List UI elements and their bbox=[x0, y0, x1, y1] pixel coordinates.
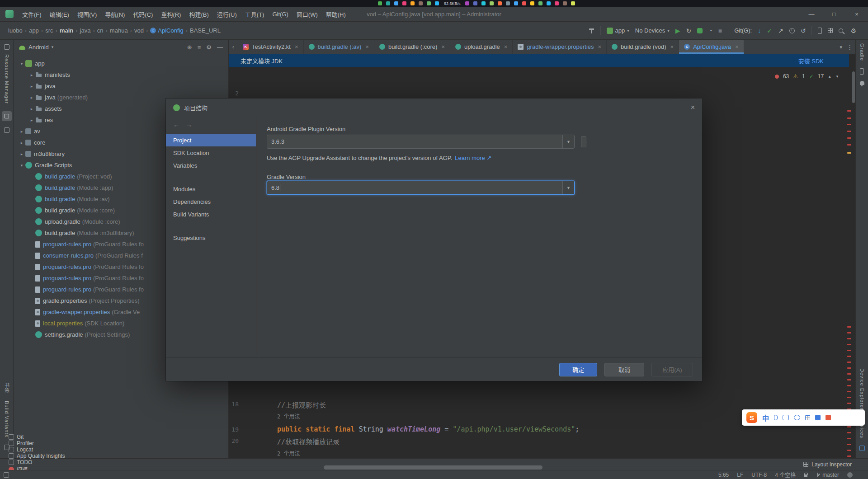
tab-close-icon[interactable]: × bbox=[295, 43, 298, 50]
indent-setting[interactable]: 4 个空格 bbox=[775, 471, 796, 479]
taskbar-icon[interactable] bbox=[481, 1, 486, 5]
tree-chevron[interactable]: ▾ bbox=[18, 61, 25, 66]
combo-arrow-icon[interactable]: ▼ bbox=[562, 135, 574, 148]
taskbar-icon[interactable] bbox=[386, 1, 390, 5]
taskbar-icon[interactable] bbox=[427, 1, 431, 5]
breadcrumb-item[interactable]: CApiConfig bbox=[150, 27, 183, 34]
resource-manager-icon[interactable] bbox=[4, 44, 9, 50]
dialog-nav-build-variants[interactable]: Build Variants bbox=[166, 208, 256, 221]
mic-icon[interactable] bbox=[774, 415, 778, 420]
tree-chevron[interactable]: ▸ bbox=[28, 73, 35, 77]
notifications-bell-icon[interactable] bbox=[860, 81, 864, 85]
inspection-widget[interactable]: 63 ⚠ 1 ✓ 17 ▲ ▼ bbox=[775, 73, 839, 80]
tree-chevron[interactable]: ▸ bbox=[28, 118, 35, 122]
breadcrumb-item[interactable]: mahua bbox=[110, 27, 128, 34]
breadcrumb-item[interactable]: cn bbox=[97, 27, 104, 34]
vcs-history-icon[interactable] bbox=[789, 28, 795, 33]
menu-item[interactable]: 编辑(E) bbox=[46, 7, 73, 21]
tree-chevron[interactable]: ▸ bbox=[18, 152, 25, 156]
taskbar-icon[interactable] bbox=[530, 1, 534, 5]
menu-item[interactable]: 构建(B) bbox=[185, 7, 212, 21]
vcs-rollback-icon[interactable]: ↺ bbox=[801, 28, 806, 34]
taskbar-icon[interactable] bbox=[473, 1, 477, 5]
tabs-scroll-left-icon[interactable]: ‹ bbox=[229, 40, 238, 54]
stripe-bookmarks[interactable]: 书签 bbox=[3, 383, 10, 394]
taskbar-icon[interactable] bbox=[465, 1, 469, 5]
breadcrumb-item[interactable]: app bbox=[29, 27, 39, 34]
editor-tab[interactable]: gradle-wrapper.properties× bbox=[513, 40, 607, 54]
tree-chevron[interactable]: ▸ bbox=[18, 141, 25, 145]
error-stripe[interactable] bbox=[847, 69, 852, 455]
maximize-icon[interactable]: □ bbox=[823, 7, 845, 21]
tree-item[interactable]: ▸manifests bbox=[14, 69, 228, 80]
taskbar-icon[interactable] bbox=[402, 1, 406, 5]
settings-gear-icon[interactable]: ⚙ bbox=[850, 28, 856, 34]
dialog-nav-sdk-location[interactable]: SDK Location bbox=[166, 146, 256, 159]
tree-chevron[interactable]: ▸ bbox=[28, 95, 35, 100]
tree-chevron[interactable]: ▸ bbox=[18, 129, 25, 134]
tree-item[interactable]: ▸java bbox=[14, 80, 228, 92]
menu-item[interactable]: 代码(C) bbox=[129, 7, 157, 21]
status-avatar-icon[interactable] bbox=[847, 472, 853, 478]
apply-button[interactable]: 应用(A) bbox=[651, 363, 693, 376]
commit-icon[interactable] bbox=[4, 127, 9, 133]
menu-item[interactable]: 运行(U) bbox=[213, 7, 241, 21]
hide-panel-icon[interactable]: — bbox=[217, 44, 223, 51]
editor-tab[interactable]: KTestActivity2.kt× bbox=[238, 40, 304, 54]
hidden-tabs-chevron-icon[interactable]: ▾ bbox=[840, 44, 842, 50]
tab-close-icon[interactable]: × bbox=[365, 43, 369, 50]
tab-close-icon[interactable]: × bbox=[441, 43, 445, 50]
tree-chevron[interactable]: ▾ bbox=[18, 163, 25, 168]
taskbar-icon[interactable] bbox=[410, 1, 415, 5]
ime-tool-icon[interactable] bbox=[815, 415, 821, 420]
taskbar-icon[interactable] bbox=[563, 1, 567, 5]
stripe-device-explorer[interactable]: Device Explorer bbox=[859, 368, 865, 410]
ime-red-icon[interactable] bbox=[826, 415, 831, 420]
build-hammer-icon[interactable] bbox=[589, 28, 594, 33]
minimize-icon[interactable]: — bbox=[800, 7, 823, 21]
tab-close-icon[interactable]: × bbox=[670, 43, 674, 50]
debug-icon[interactable] bbox=[697, 28, 703, 33]
search-icon[interactable] bbox=[839, 28, 843, 33]
taskbar-icon[interactable] bbox=[538, 1, 542, 5]
taskbar-icon[interactable] bbox=[571, 1, 575, 5]
agp-version-combobox[interactable]: 3.6.3 ▼ bbox=[267, 135, 575, 149]
editor-tab[interactable]: upload.gradle× bbox=[450, 40, 513, 54]
ok-button[interactable]: 确定 bbox=[559, 363, 597, 376]
menu-item[interactable]: 窗口(W) bbox=[292, 7, 322, 21]
menu-item[interactable]: Git(G) bbox=[268, 7, 292, 21]
toolwindow-switcher-icon[interactable] bbox=[4, 472, 9, 478]
device-dropdown[interactable]: No Devices ▾ bbox=[635, 27, 670, 34]
editor-tab[interactable]: CApiConfig.java× bbox=[679, 40, 744, 54]
vcs-commit-icon[interactable]: ✓ bbox=[767, 28, 772, 34]
dialog-nav-suggestions[interactable]: Suggestions bbox=[166, 231, 256, 244]
readonly-lock-icon[interactable] bbox=[804, 474, 807, 477]
tree-chevron[interactable]: ▸ bbox=[28, 107, 35, 111]
editor-tab[interactable]: build.gradle (:av)× bbox=[304, 40, 374, 54]
menu-item[interactable]: 文件(F) bbox=[18, 7, 46, 21]
close-icon[interactable]: × bbox=[845, 7, 868, 21]
vertical-scrollbar[interactable] bbox=[852, 71, 855, 103]
editor-tab[interactable]: build.gradle (:core)× bbox=[374, 40, 450, 54]
learn-more-link[interactable]: Learn more ↗ bbox=[455, 155, 491, 161]
next-error-icon[interactable]: ▼ bbox=[835, 75, 839, 79]
menu-item[interactable]: 导航(N) bbox=[101, 7, 129, 21]
tab-close-icon[interactable]: × bbox=[598, 43, 602, 50]
emulator-icon[interactable] bbox=[859, 446, 865, 451]
taskbar-icon[interactable] bbox=[419, 1, 423, 5]
toolwindow-button-aqi[interactable]: App Quality Insights bbox=[5, 453, 69, 459]
dialog-nav-dependencies[interactable]: Dependencies bbox=[166, 195, 256, 208]
breadcrumb-item[interactable]: BASE_URL bbox=[190, 27, 221, 34]
ime-mode-chinese[interactable]: 中 bbox=[762, 413, 769, 423]
file-encoding[interactable]: UTF-8 bbox=[751, 472, 767, 478]
dialog-close-icon[interactable]: × bbox=[691, 103, 695, 112]
combo-arrow-icon[interactable]: ▼ bbox=[562, 181, 574, 194]
dialog-nav-modules[interactable]: Modules bbox=[166, 183, 256, 195]
panel-settings-gear-icon[interactable]: ⚙ bbox=[206, 44, 212, 51]
toolwindow-button-branch[interactable]: Git bbox=[5, 434, 69, 440]
back-arrow-icon[interactable]: ← bbox=[173, 121, 179, 128]
profiler-icon[interactable]: ◔ bbox=[708, 28, 712, 34]
dialog-nav-project[interactable]: Project bbox=[166, 134, 256, 146]
toolwindow-button-gauge[interactable]: Profiler bbox=[5, 440, 69, 446]
dialog-nav-variables[interactable]: Variables bbox=[166, 159, 256, 172]
